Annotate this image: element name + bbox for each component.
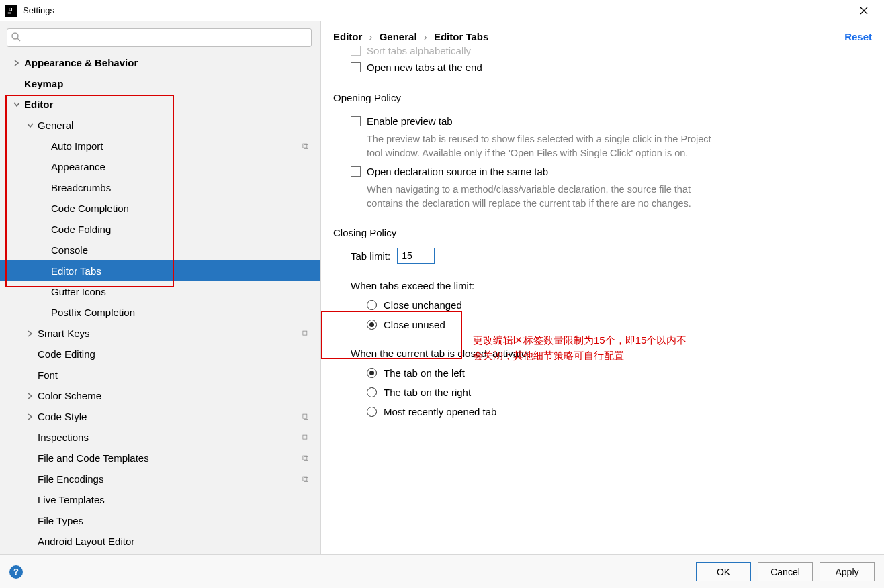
breadcrumb-editor-tabs: Editor Tabs (434, 31, 488, 42)
chevron-right-icon (12, 58, 21, 68)
chevron-down-icon (12, 100, 21, 109)
svg-line-4 (17, 38, 20, 41)
chevron-right-icon (26, 412, 35, 422)
tree-editor-tabs[interactable]: Editor Tabs (0, 260, 320, 281)
chevron-down-icon (26, 121, 35, 130)
tree-code-completion[interactable]: Code Completion (0, 198, 320, 219)
tree-breadcrumbs[interactable]: Breadcrumbs (0, 177, 320, 198)
svg-point-3 (12, 33, 18, 39)
tree-android-layout[interactable]: Android Layout Editor (0, 531, 320, 552)
breadcrumb-editor[interactable]: Editor (333, 31, 362, 42)
chevron-right-icon: › (369, 31, 373, 42)
tree-live-templates[interactable]: Live Templates (0, 489, 320, 510)
apply-button[interactable]: Apply (820, 562, 875, 581)
radio-tab-left[interactable]: The tab on the left (367, 367, 872, 379)
scope-icon: ⧉ (302, 432, 308, 443)
radio-icon (367, 407, 377, 417)
tree-keymap[interactable]: Keymap (0, 73, 320, 94)
breadcrumb-general[interactable]: General (380, 31, 417, 42)
svg-text:IJ: IJ (9, 7, 13, 11)
radio-close-unchanged[interactable]: Close unchanged (367, 299, 872, 311)
reset-link[interactable]: Reset (844, 31, 872, 42)
search-input-wrap (7, 28, 312, 47)
checkbox-icon (351, 62, 361, 72)
app-icon: IJ (5, 5, 17, 17)
dialog-button-bar: ? OK Cancel Apply (0, 554, 884, 588)
chevron-right-icon: › (424, 31, 427, 42)
declaration-description: When navigating to a method/class/variab… (367, 183, 716, 211)
checkbox-icon (351, 46, 361, 56)
settings-content-panel: Editor › General › Editor Tabs Reset Sor… (321, 21, 884, 554)
window-close-button[interactable] (849, 1, 879, 21)
settings-tree-panel: Appearance & Behavior Keymap Editor Gene… (0, 21, 321, 554)
section-opening-policy: Opening Policy (333, 92, 872, 103)
search-icon (11, 32, 21, 44)
checkbox-icon (351, 116, 361, 126)
exceed-limit-label: When tabs exceed the limit: (351, 280, 872, 291)
tree-smart-keys[interactable]: Smart Keys ⧉ (0, 323, 320, 344)
tree-file-encodings[interactable]: File Encodings ⧉ (0, 469, 320, 489)
tree-postfix-completion[interactable]: Postfix Completion (0, 302, 320, 323)
radio-icon (367, 300, 377, 310)
settings-tree[interactable]: Appearance & Behavior Keymap Editor Gene… (0, 50, 320, 554)
scope-icon: ⧉ (302, 141, 308, 152)
window-title: Settings (23, 5, 54, 15)
section-closing-policy: Closing Policy (333, 227, 872, 238)
radio-icon (367, 387, 377, 397)
main: Appearance & Behavior Keymap Editor Gene… (0, 21, 884, 554)
search-input[interactable] (7, 28, 312, 47)
tree-gutter-icons[interactable]: Gutter Icons (0, 281, 320, 302)
tree-gen-appearance[interactable]: Appearance (0, 156, 320, 177)
checkbox-open-declaration[interactable]: Open declaration source in the same tab (351, 166, 872, 177)
radio-tab-recent[interactable]: Most recently opened tab (367, 406, 872, 418)
checkbox-enable-preview[interactable]: Enable preview tab (351, 115, 872, 127)
tree-file-types[interactable]: File Types (0, 510, 320, 531)
tree-appearance-behavior[interactable]: Appearance & Behavior (0, 52, 320, 73)
tab-limit-row: Tab limit: (351, 248, 872, 264)
chevron-right-icon (26, 329, 35, 338)
radio-icon (367, 368, 377, 378)
tree-auto-import[interactable]: Auto Import ⧉ (0, 136, 320, 156)
radio-close-unused[interactable]: Close unused (367, 319, 872, 330)
tree-console[interactable]: Console (0, 240, 320, 260)
radio-icon (367, 320, 377, 330)
help-button[interactable]: ? (9, 565, 23, 579)
scope-icon: ⧉ (302, 453, 308, 464)
preview-description: The preview tab is reused to show files … (367, 132, 716, 160)
ok-button[interactable]: OK (696, 562, 751, 581)
tree-editor[interactable]: Editor (0, 94, 320, 115)
tree-color-scheme[interactable]: Color Scheme (0, 385, 320, 406)
scope-icon: ⧉ (302, 474, 308, 485)
scope-icon: ⧉ (302, 411, 308, 422)
annotation-text: 更改编辑区标签数量限制为15个，即15个以内不会关闭；其他细节策略可自行配置 (473, 332, 688, 364)
content-scroll[interactable]: Sort tabs alphabetically Open new tabs a… (321, 42, 884, 554)
section-title: Opening Policy (333, 92, 406, 103)
tree-inspections[interactable]: Inspections ⧉ (0, 427, 320, 448)
tree-code-folding[interactable]: Code Folding (0, 219, 320, 240)
checkbox-open-end[interactable]: Open new tabs at the end (351, 62, 872, 73)
tab-limit-label: Tab limit: (351, 250, 390, 262)
checkbox-sort-tabs[interactable]: Sort tabs alphabetically (351, 45, 872, 56)
section-title: Closing Policy (333, 227, 402, 238)
tree-code-style[interactable]: Code Style ⧉ (0, 406, 320, 427)
tree-file-templates[interactable]: File and Code Templates ⧉ (0, 448, 320, 469)
breadcrumb: Editor › General › Editor Tabs Reset (321, 21, 884, 42)
scope-icon: ⧉ (302, 328, 308, 339)
svg-rect-1 (8, 12, 11, 13)
cancel-button[interactable]: Cancel (758, 562, 813, 581)
checkbox-icon (351, 166, 361, 177)
chevron-right-icon (26, 391, 35, 401)
radio-tab-right[interactable]: The tab on the right (367, 387, 872, 398)
tree-code-editing[interactable]: Code Editing (0, 344, 320, 364)
tab-limit-input[interactable] (397, 248, 435, 264)
tree-font[interactable]: Font (0, 364, 320, 385)
titlebar: IJ Settings (0, 0, 884, 21)
tree-general[interactable]: General (0, 115, 320, 136)
